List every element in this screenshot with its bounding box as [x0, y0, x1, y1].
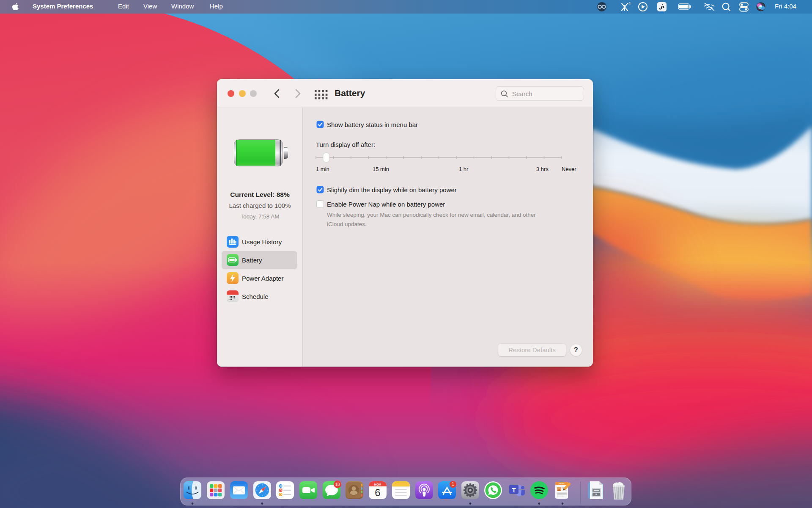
svg-text:NOV: NOV	[374, 483, 381, 486]
svg-text:PAGES: PAGES	[559, 483, 565, 485]
svg-text:1: 1	[452, 482, 454, 486]
svg-text:T: T	[512, 486, 516, 494]
svg-text:18: 18	[335, 482, 340, 487]
svg-text:4: 4	[628, 1, 631, 6]
svg-text:6: 6	[375, 487, 380, 498]
